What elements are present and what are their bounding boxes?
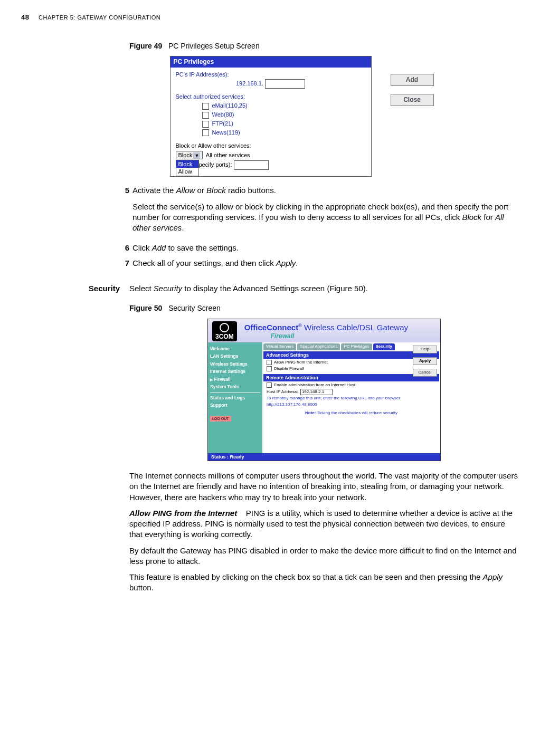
step-6-number: 6 bbox=[120, 243, 129, 253]
email-checkbox[interactable] bbox=[202, 103, 209, 110]
ftp-service-label: FTP(21) bbox=[212, 120, 233, 127]
web-service-label: Web(80) bbox=[212, 111, 234, 118]
nav-lan[interactable]: LAN Settings bbox=[210, 353, 260, 359]
chevron-down-icon: ▼ bbox=[193, 152, 200, 159]
block-allow-label: Block or Allow other services: bbox=[176, 142, 366, 150]
news-checkbox[interactable] bbox=[202, 129, 209, 136]
remote-url: http://213.107.176.48:8000 bbox=[267, 402, 437, 408]
figure50-title: Security Screen bbox=[168, 304, 221, 312]
allow-ping-heading: Allow PING from the Internet bbox=[129, 509, 237, 518]
disable-firewall-label: Disable Firewall bbox=[274, 366, 304, 371]
tab-security[interactable]: Security bbox=[373, 343, 395, 350]
figure49-number: Figure 49 bbox=[129, 42, 162, 50]
security-screen: 3COM OfficeConnect® Wireless Cable/DSL G… bbox=[207, 319, 441, 461]
specify-ports-fragment: pecify ports): bbox=[199, 161, 232, 168]
security-paragraph-1: The Internet connects millions of comput… bbox=[129, 471, 519, 503]
disable-firewall-checkbox[interactable] bbox=[267, 366, 272, 371]
step-5: 5 Activate the Allow or Block radio butt… bbox=[120, 185, 514, 238]
step-6: 6 Click Add to save the settings. bbox=[120, 243, 514, 253]
logout-button[interactable]: LOG OUT bbox=[210, 416, 231, 422]
3com-logo: 3COM bbox=[212, 321, 237, 341]
web-checkbox[interactable] bbox=[202, 112, 209, 119]
option-block[interactable]: Block bbox=[176, 160, 198, 168]
email-service-label: eMail(110,25) bbox=[212, 102, 248, 109]
figure49-caption: Figure 49 PC Privileges Setup Screen bbox=[129, 41, 514, 51]
enable-remote-admin-checkbox[interactable] bbox=[267, 382, 272, 388]
step-7: 7 Check all of your settings, and then c… bbox=[120, 258, 514, 269]
step-5-detail: Select the service(s) to allow or block … bbox=[132, 202, 514, 234]
firewall-breadcrumb: Firewall bbox=[271, 332, 408, 340]
ftp-checkbox[interactable] bbox=[202, 121, 209, 128]
globe-icon bbox=[220, 323, 229, 332]
nav-firewall[interactable]: Firewall bbox=[210, 377, 260, 382]
figure50-number: Figure 50 bbox=[129, 304, 162, 312]
allow-ping-section: Allow PING from the Internet PING is a u… bbox=[129, 508, 519, 540]
ip-octet-input[interactable] bbox=[265, 79, 305, 89]
figure49-title: PC Privileges Setup Screen bbox=[168, 42, 260, 50]
pc-privileges-panel: PC Privileges PC's IP Address(es): 192.1… bbox=[170, 56, 372, 177]
host-ip-input[interactable] bbox=[300, 389, 333, 395]
running-header: 48 CHAPTER 5: GATEWAY CONFIGURATION bbox=[21, 13, 519, 22]
block-allow-select[interactable]: Block▼ Block Allow bbox=[176, 151, 203, 160]
remote-url-hint: To remotely manage this unit, enter the … bbox=[267, 396, 437, 401]
chapter-title: CHAPTER 5: GATEWAY CONFIGURATION bbox=[39, 14, 160, 21]
step-5-number: 5 bbox=[120, 185, 129, 238]
block-allow-value: Block bbox=[178, 152, 193, 158]
enable-remote-admin-label: Enable administration from an Internet H… bbox=[274, 382, 355, 387]
figure50-caption: Figure 50 Security Screen bbox=[129, 303, 519, 313]
ping-paragraph-3: This feature is enabled by clicking on t… bbox=[129, 572, 519, 594]
ip-address-label: PC's IP Address(es): bbox=[176, 71, 366, 79]
tab-virtual-servers[interactable]: Virtual Servers bbox=[263, 343, 296, 350]
news-service-label: News(119) bbox=[212, 129, 240, 136]
services-label: Select authorized services: bbox=[176, 93, 366, 101]
ip-prefix: 192.168.1. bbox=[236, 80, 263, 87]
pc-privileges-title: PC Privileges bbox=[170, 56, 371, 67]
product-title: OfficeConnect® Wireless Cable/DSL Gatewa… bbox=[244, 322, 408, 333]
ping-paragraph-2: By default the Gateway has PING disabled… bbox=[129, 546, 519, 567]
step-7-number: 7 bbox=[120, 258, 129, 269]
option-allow[interactable]: Allow bbox=[176, 168, 198, 176]
apply-button[interactable]: Apply bbox=[413, 357, 437, 365]
allow-ping-label: Allow PING from the Internet bbox=[274, 360, 328, 365]
host-ip-label: Host IP Address: bbox=[267, 389, 298, 394]
security-heading: Security bbox=[21, 283, 129, 294]
security-intro: Select Security to display the Advanced … bbox=[129, 283, 519, 294]
block-allow-dropdown: Block Allow bbox=[176, 160, 199, 177]
add-button[interactable]: Add bbox=[391, 74, 434, 85]
allow-ping-checkbox[interactable] bbox=[267, 360, 272, 365]
help-button[interactable]: Help bbox=[413, 346, 437, 353]
nav-status[interactable]: Status and Logs bbox=[210, 395, 260, 401]
tab-pc-privileges[interactable]: PC Privileges bbox=[341, 343, 372, 350]
nav-wireless[interactable]: Wireless Settings bbox=[210, 361, 260, 367]
status-bar: Status : Ready bbox=[208, 453, 440, 461]
specify-ports-input[interactable] bbox=[234, 160, 269, 170]
cancel-button[interactable]: Cancel bbox=[413, 369, 437, 377]
security-note: Note: Ticking the checkboxes will reduce… bbox=[262, 410, 440, 416]
all-other-services-label: All other services bbox=[206, 152, 250, 158]
close-button[interactable]: Close bbox=[391, 94, 434, 106]
nav-system[interactable]: System Tools bbox=[210, 384, 260, 390]
page-number: 48 bbox=[21, 13, 29, 21]
tab-special-applications[interactable]: Special Applications bbox=[297, 343, 340, 350]
nav-support[interactable]: Support bbox=[210, 403, 260, 408]
nav-internet[interactable]: Internet Settings bbox=[210, 369, 260, 375]
side-nav: Welcome LAN Settings Wireless Settings I… bbox=[208, 342, 262, 453]
nav-welcome[interactable]: Welcome bbox=[210, 346, 260, 352]
